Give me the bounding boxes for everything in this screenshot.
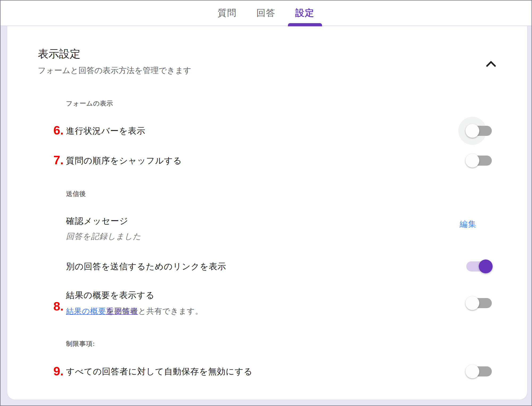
section-header-after-submission: 送信後 [66, 190, 86, 198]
section-header-form-presentation: フォームの表示 [66, 99, 113, 107]
toggle-knob [465, 124, 479, 138]
disable-autosave-label: すべての回答者に対して自動保存を無効にする [66, 366, 253, 377]
results-summary-label: 結果の概要を表示する [66, 290, 155, 300]
another-response-link-label: 別の回答を送信するためのリンクを表示 [66, 261, 226, 272]
tab-responses[interactable]: 回答 [254, 0, 278, 26]
chevron-up-icon [485, 61, 497, 68]
toggle-knob [465, 365, 479, 378]
form-tab-bar: 質問 回答 設定 [1, 1, 531, 26]
presentation-settings-card: 表示設定 フォームと回答の表示方法を管理できます フォームの表示 6. 進行状況… [7, 26, 527, 400]
edit-confirmation-link[interactable]: 編集 [460, 219, 494, 229]
shuffle-questions-toggle[interactable] [466, 156, 492, 166]
tab-settings[interactable]: 設定 [293, 0, 317, 26]
toggle-knob [465, 296, 479, 310]
another-response-toggle[interactable] [466, 261, 492, 271]
confirmation-message-value: 回答を記録しました [66, 231, 141, 241]
section-header-restrictions: 制限事項: [66, 340, 95, 348]
tab-questions[interactable]: 質問 [216, 0, 239, 26]
annotation-number-6: 6. [39, 123, 64, 137]
results-summary-desc-text: を回答者と共有できます。 [106, 306, 203, 316]
results-summary-description: 結果の概要を回答者と共有できます。重要情報 [66, 306, 138, 316]
disable-autosave-toggle[interactable] [466, 366, 492, 376]
panel-title: 表示設定 [38, 47, 80, 60]
confirmation-message-title: 確認メッセージ [66, 215, 128, 227]
results-summary-link[interactable]: 結果の概要 [66, 307, 106, 315]
google-forms-settings-screen: 質問 回答 設定 表示設定 フォームと回答の表示方法を管理できます フォームの表… [0, 0, 532, 406]
annotation-number-8: 8. [39, 299, 64, 313]
annotation-number-9: 9. [39, 364, 64, 378]
progress-bar-label: 進行状況バーを表示 [66, 125, 146, 136]
results-summary-toggle[interactable] [466, 298, 492, 308]
progress-bar-toggle[interactable] [466, 126, 492, 136]
shuffle-questions-label: 質問の順序をシャッフルする [66, 155, 182, 166]
annotation-number-7: 7. [39, 153, 64, 167]
panel-subtitle: フォームと回答の表示方法を管理できます [38, 65, 191, 76]
toggle-knob [465, 154, 479, 168]
collapse-section-button[interactable] [476, 54, 494, 68]
toggle-knob [479, 259, 493, 273]
